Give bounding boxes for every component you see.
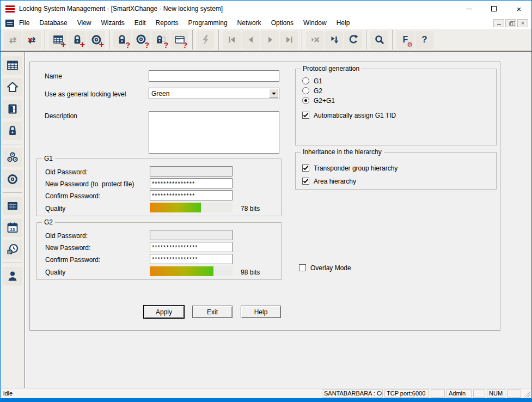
sync-icon: ⇄ <box>9 35 16 45</box>
refresh-icon <box>348 34 359 45</box>
inheritance-groupbox: Inheritance in the hierarchy Transponder… <box>295 152 497 190</box>
help-form-button[interactable]: Help <box>241 306 281 318</box>
exit-button[interactable]: Exit <box>192 306 233 318</box>
g2-groupbox: G2 Old Password: New Password: *********… <box>36 222 282 280</box>
sidebar-calendar-button[interactable]: 23 <box>3 218 22 237</box>
g1-new-password-input[interactable]: *************** <box>150 178 233 188</box>
mdi-restore-button[interactable] <box>505 19 516 27</box>
status-tcp-port: TCP port:6000 <box>384 389 429 398</box>
sidebar-locks-button[interactable] <box>3 121 22 140</box>
mdi-close-button[interactable]: × <box>517 19 528 27</box>
locking-level-select[interactable]: Green <box>149 88 279 99</box>
check-icon <box>303 112 309 118</box>
question-badge-icon: ? <box>125 41 130 49</box>
nav-prev-button[interactable] <box>242 31 260 49</box>
new-locking-system-form: Name Use as general locking level Green … <box>29 62 500 331</box>
locking-level-value: Green <box>151 90 169 98</box>
new-transponder-button[interactable]: + <box>87 31 105 49</box>
plus-badge-icon: + <box>61 40 66 49</box>
read-lock-button[interactable]: ? <box>113 31 131 49</box>
toolbar: ⇄ ⇄× + + + ? ? ? ? <box>1 29 531 52</box>
radio-g2-g1[interactable] <box>302 97 309 104</box>
nav-goto-button[interactable] <box>325 31 343 49</box>
read-transponder-button[interactable]: ? <box>132 31 150 49</box>
nav-last-button[interactable] <box>280 31 298 49</box>
nav-cancel-button[interactable] <box>306 31 324 49</box>
menu-file[interactable]: File <box>14 17 34 29</box>
transponder-group-hierarchy-label: Transponder group hierarchy <box>314 165 398 172</box>
new-lock-button[interactable]: + <box>68 31 86 49</box>
question-badge-icon: ? <box>144 41 149 49</box>
inheritance-groupbox-title: Inheritance in the hierarchy <box>301 148 384 156</box>
status-message: idle <box>1 390 13 397</box>
sidebar-matrix-view-button[interactable] <box>3 197 22 215</box>
maximize-icon <box>491 6 497 11</box>
nav-first-button[interactable] <box>223 31 241 49</box>
g2-confirm-password-input[interactable]: **************** <box>150 254 233 264</box>
menu-edit[interactable]: Edit <box>130 17 151 29</box>
plus-badge-icon: + <box>80 40 85 49</box>
read-lock-g1-button[interactable]: ? <box>151 31 169 49</box>
dropdown-button[interactable] <box>269 89 278 98</box>
menu-bar: File Database View Wizards Edit Reports … <box>1 17 531 29</box>
menu-view[interactable]: View <box>72 17 96 29</box>
menu-options[interactable]: Options <box>266 17 298 29</box>
sidebar-users-button[interactable] <box>3 267 22 285</box>
mdi-document-icon[interactable] <box>5 20 14 27</box>
menu-help[interactable]: Help <box>332 17 355 29</box>
read-card-button[interactable]: ? <box>170 31 188 49</box>
g1-quality-bits: 78 bits <box>241 205 260 212</box>
sidebar-home-button[interactable] <box>3 78 22 96</box>
menu-network[interactable]: Network <box>233 17 266 29</box>
sidebar-doors-button[interactable] <box>3 100 22 118</box>
svg-text:23: 23 <box>10 227 15 232</box>
minimize-button[interactable] <box>456 1 481 17</box>
name-label: Name <box>45 72 62 80</box>
transponder-group-hierarchy-checkbox[interactable] <box>302 165 309 172</box>
sidebar-transponders-button[interactable] <box>3 170 22 188</box>
check-icon <box>303 165 309 171</box>
overlay-mode-checkbox[interactable] <box>299 264 306 271</box>
menu-window[interactable]: Window <box>298 17 332 29</box>
disconnect-button[interactable]: ⇄× <box>23 31 41 49</box>
status-empty-3 <box>507 389 521 398</box>
auto-assign-tid-checkbox[interactable] <box>302 112 309 119</box>
plus-badge-icon: + <box>99 40 104 49</box>
radio-g2[interactable] <box>302 87 309 94</box>
mdi-minimize-button[interactable] <box>493 19 504 27</box>
search-button[interactable] <box>370 31 388 49</box>
sidebar-time-zones-button[interactable] <box>3 240 22 259</box>
toolbar-separator <box>109 30 109 50</box>
apply-button[interactable]: Apply <box>144 306 184 318</box>
area-hierarchy-checkbox[interactable] <box>302 178 309 185</box>
new-locking-system-button[interactable]: + <box>49 31 67 49</box>
g2-quality-bar <box>150 266 233 276</box>
help-button[interactable]: ? <box>415 31 433 49</box>
g2-new-password-input[interactable]: **************** <box>150 242 233 252</box>
menu-reports[interactable]: Reports <box>151 17 184 29</box>
maximize-button[interactable] <box>481 1 506 17</box>
nav-last-icon <box>284 35 294 45</box>
sidebar-transponder-groups-button[interactable] <box>3 148 22 167</box>
name-input[interactable] <box>149 70 279 82</box>
g1-confirm-password-input[interactable]: *************** <box>150 190 233 200</box>
close-button[interactable]: × <box>506 1 531 17</box>
radio-g2-g1-label: G2+G1 <box>314 97 335 105</box>
check-icon <box>303 178 309 184</box>
description-textarea[interactable] <box>149 111 279 154</box>
g2-old-password-label: Old Password: <box>45 232 88 240</box>
chevron-down-icon <box>272 93 276 95</box>
sidebar-locking-plan-button[interactable] <box>3 56 22 75</box>
nav-next-icon <box>265 35 275 45</box>
program-button[interactable] <box>197 31 215 49</box>
menu-database[interactable]: Database <box>34 17 72 29</box>
nav-next-button[interactable] <box>261 31 279 49</box>
filter-settings-button[interactable]: F⚙ <box>396 31 414 49</box>
menu-wizards[interactable]: Wizards <box>96 17 130 29</box>
refresh-button[interactable] <box>344 31 362 49</box>
menu-programming[interactable]: Programming <box>184 17 233 29</box>
radio-g1[interactable] <box>302 77 309 84</box>
sync-button[interactable]: ⇄ <box>4 31 22 49</box>
protocol-generation-groupbox: Protocol generation G1 G2 G2+G1 Automati… <box>295 69 497 145</box>
resize-grip[interactable] <box>523 391 530 398</box>
